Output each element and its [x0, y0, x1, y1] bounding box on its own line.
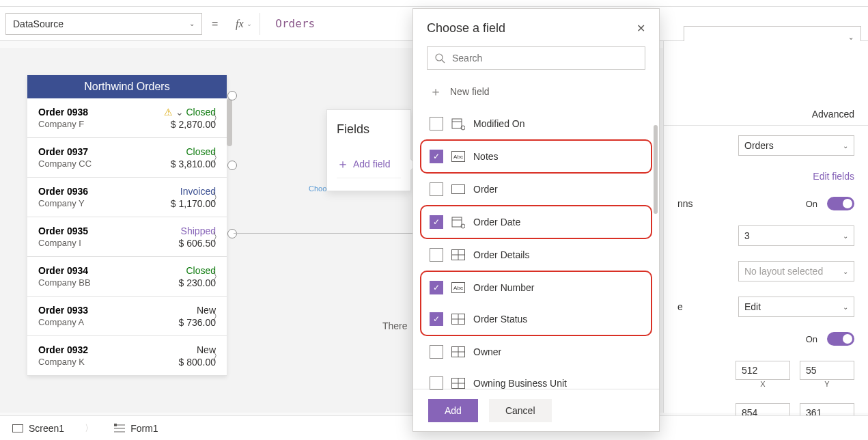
gallery-row[interactable]: Order 0936 Company Y Invoiced $ 1,170.00… — [27, 178, 227, 217]
datasource-dropdown[interactable]: Orders⌄ — [738, 135, 854, 156]
close-icon[interactable]: ✕ — [636, 22, 645, 35]
svg-rect-20 — [13, 424, 23, 432]
order-status: New — [179, 344, 216, 355]
field-search[interactable] — [427, 46, 645, 70]
add-button[interactable]: Add — [428, 399, 478, 422]
cancel-button[interactable]: Cancel — [489, 399, 552, 422]
checkbox[interactable] — [430, 248, 443, 262]
field-item[interactable]: Order — [421, 174, 651, 205]
order-id: Order 0936 — [38, 186, 171, 197]
field-type-icon: Abc — [451, 151, 465, 162]
search-input[interactable] — [452, 53, 638, 64]
order-amount: $ 736.00 — [179, 317, 216, 328]
company-name: Company CC — [38, 159, 171, 169]
selection-edge — [234, 233, 425, 234]
field-picker-dropdown: Choose a field ✕ ＋ New field Modified On… — [412, 8, 660, 432]
order-id: Order 0934 — [38, 265, 179, 276]
checkbox[interactable]: ✓ — [430, 215, 443, 229]
field-type-icon — [451, 346, 465, 357]
order-id: Order 0938 — [38, 107, 164, 118]
field-item[interactable]: Modified On — [421, 108, 651, 139]
snap-columns-toggle[interactable] — [827, 197, 854, 210]
field-label: Owning Business Unit — [473, 378, 567, 389]
order-amount: $ 3,810.00 — [171, 159, 216, 169]
mode-dropdown[interactable]: Edit⌄ — [738, 297, 854, 317]
properties-panel: Advanced Orders⌄ Edit fields nns On 3⌄ N… — [663, 41, 868, 413]
fx-button[interactable]: fx⌄ — [227, 13, 260, 35]
svg-point-0 — [436, 54, 443, 61]
chevron-right-icon[interactable]: 〉 — [212, 348, 224, 364]
field-item[interactable]: Owner — [421, 336, 651, 368]
resize-handle[interactable] — [227, 229, 237, 238]
plus-icon: ＋ — [430, 83, 442, 100]
field-type-icon — [451, 378, 465, 389]
crumb-screen[interactable]: Screen1 — [12, 423, 64, 434]
property-dropdown[interactable]: DataSource⌄ — [5, 13, 202, 35]
company-name: Company K — [38, 357, 179, 367]
gallery-row[interactable]: Order 0937 Company CC Closed $ 3,810.00 … — [27, 138, 227, 178]
order-id: Order 0935 — [38, 225, 179, 236]
layout-dropdown[interactable]: No layout selected⌄ — [738, 261, 854, 281]
field-list: Modified On ✓ Abc Notes Order ✓ Order Da… — [413, 105, 659, 399]
tab-advanced[interactable]: Advanced — [812, 109, 854, 125]
pos-y-input[interactable]: 55 — [800, 361, 854, 380]
field-label: Order Details — [473, 249, 529, 260]
checkbox[interactable]: ✓ — [430, 281, 443, 294]
checkbox[interactable] — [430, 376, 443, 390]
crumb-form[interactable]: Form1 — [114, 423, 158, 434]
chevron-right-icon[interactable]: 〉 — [212, 150, 224, 166]
chevron-right-icon[interactable]: 〉 — [212, 229, 224, 245]
gallery-scrollbar[interactable] — [227, 98, 232, 146]
field-label: Owner — [473, 346, 501, 357]
order-status: Closed — [171, 146, 216, 157]
picker-scrollbar[interactable] — [654, 125, 658, 214]
new-field-button[interactable]: ＋ New field — [413, 78, 659, 105]
company-name: Company A — [38, 317, 179, 327]
add-field-button[interactable]: ＋ Add field — [337, 156, 401, 178]
orders-gallery[interactable]: Northwind Orders Order 0938 Company F ⚠⌄… — [27, 75, 227, 376]
chevron-right-icon[interactable]: 〉 — [212, 308, 224, 325]
chevron-right-icon[interactable]: 〉 — [212, 189, 224, 206]
order-status: Invoiced — [171, 186, 216, 197]
company-name: Company BB — [38, 277, 179, 288]
resize-handle[interactable] — [227, 91, 237, 100]
chevron-right-icon[interactable]: 〉 — [212, 269, 224, 285]
order-id: Order 0932 — [38, 344, 179, 355]
fields-panel-title: Fields — [337, 122, 401, 137]
gallery-row[interactable]: Order 0933 Company A New $ 736.00 〉 — [27, 297, 227, 336]
gallery-row[interactable]: Order 0938 Company F ⚠⌄ Closed $ 2,870.0… — [27, 98, 227, 138]
chevron-right-icon[interactable]: 〉 — [212, 110, 224, 126]
gallery-row[interactable]: Order 0935 Company I Shipped $ 606.50 〉 — [27, 217, 227, 257]
order-amount: $ 1,170.00 — [171, 198, 216, 209]
field-item[interactable]: ✓ Order Status — [421, 303, 651, 335]
gallery-title: Northwind Orders — [27, 75, 227, 98]
field-item[interactable]: Order Details — [421, 239, 651, 271]
company-name: Company F — [38, 119, 164, 129]
columns-dropdown[interactable]: 3⌄ — [738, 225, 854, 246]
form-icon — [114, 424, 125, 433]
svg-rect-2 — [452, 119, 462, 128]
x-label: X — [736, 380, 790, 388]
field-item[interactable]: ✓ Abc Notes — [421, 141, 651, 172]
resize-handle[interactable] — [227, 161, 237, 170]
svg-rect-24 — [114, 424, 117, 426]
checkbox[interactable] — [430, 182, 443, 196]
checkbox[interactable]: ✓ — [430, 150, 443, 163]
gallery-row[interactable]: Order 0932 Company K New $ 800.00 〉 — [27, 336, 227, 376]
field-item[interactable]: ✓ Abc Order Number — [421, 272, 651, 303]
gallery-row[interactable]: Order 0934 Company BB Closed $ 230.00 〉 — [27, 257, 227, 297]
field-label: Modified On — [473, 118, 524, 129]
visible-toggle[interactable] — [827, 332, 854, 346]
edit-fields-link[interactable]: Edit fields — [813, 171, 854, 182]
pos-x-input[interactable]: 512 — [736, 361, 790, 380]
checkbox[interactable] — [430, 117, 443, 130]
company-name: Company I — [38, 238, 179, 248]
field-label: Order Status — [473, 314, 527, 325]
field-item[interactable]: ✓ Order Date — [421, 206, 651, 238]
order-amount: $ 800.00 — [179, 357, 216, 368]
checkbox[interactable] — [430, 345, 443, 359]
field-type-icon: Abc — [451, 282, 465, 293]
company-name: Company Y — [38, 198, 171, 208]
checkbox[interactable]: ✓ — [430, 312, 443, 326]
order-amount: $ 606.50 — [179, 238, 216, 249]
